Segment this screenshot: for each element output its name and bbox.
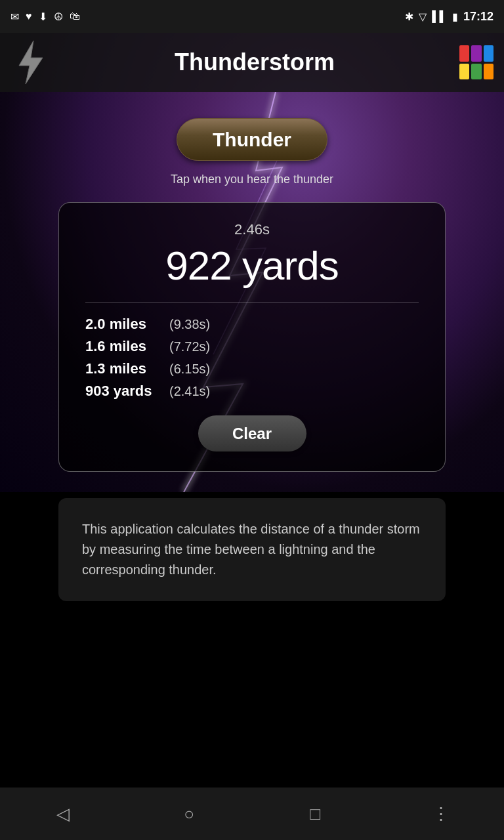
results-card: 2.46s 922 yards 2.0 miles (9.38s) 1.6 mi…: [58, 202, 446, 472]
signal-icon: ▌▌: [432, 10, 447, 22]
tap-instruction: Tap when you hear the thunder: [171, 173, 333, 186]
app-logo: [10, 43, 50, 82]
info-box: This application calculates the distance…: [58, 498, 446, 601]
distance-main: 922 yards: [165, 242, 338, 289]
wifi-icon: ▽: [419, 10, 427, 23]
clear-button-label: Clear: [232, 425, 272, 443]
status-icons-right: ✱ ▽ ▌▌ ▮ 17:12: [405, 10, 494, 24]
back-icon[interactable]: ◁: [43, 794, 83, 833]
bluetooth-icon: ✱: [405, 10, 413, 23]
history-list: 2.0 miles (9.38s) 1.6 miles (7.72s) 1.3 …: [85, 316, 419, 400]
status-bar: ✉ ♥ ⬇ ☮ 🛍 ✱ ▽ ▌▌ ▮ 17:12: [0, 0, 504, 33]
main-content: Thunder Tap when you hear the thunder 2.…: [0, 92, 504, 627]
heart-icon: ♥: [26, 10, 32, 22]
android-icon: ☮: [54, 10, 63, 23]
history-time-1: (9.38s): [169, 317, 210, 332]
list-item: 2.0 miles (9.38s): [85, 316, 419, 333]
recents-icon[interactable]: □: [295, 794, 335, 833]
history-distance-3: 1.3 miles: [85, 360, 164, 377]
download-icon: ⬇: [39, 10, 47, 23]
history-distance-1: 2.0 miles: [85, 316, 164, 333]
history-time-3: (6.15s): [169, 362, 210, 377]
bottom-nav: ◁ ○ □ ⋮: [0, 788, 504, 840]
history-time-2: (7.72s): [169, 339, 210, 354]
history-distance-4: 903 yards: [85, 383, 164, 400]
history-distance-2: 1.6 miles: [85, 338, 164, 355]
time-label: 2.46s: [234, 221, 270, 238]
clear-button[interactable]: Clear: [198, 415, 306, 452]
thunder-button-label: Thunder: [213, 129, 291, 151]
list-item: 903 yards (2.41s): [85, 383, 419, 400]
grid-cell-5: [471, 64, 481, 80]
app-title: Thunderstorm: [50, 49, 459, 76]
grid-cell-6: [484, 64, 494, 80]
info-text: This application calculates the distance…: [82, 519, 422, 580]
history-time-4: (2.41s): [169, 384, 210, 399]
battery-icon: ▮: [452, 10, 458, 23]
grid-cell-1: [459, 45, 469, 62]
grid-menu-icon[interactable]: [459, 45, 494, 79]
more-icon[interactable]: ⋮: [421, 794, 461, 833]
lightning-logo-icon: [14, 39, 47, 85]
status-time: 17:12: [463, 10, 494, 24]
svg-marker-0: [19, 41, 43, 84]
header: Thunderstorm: [0, 33, 504, 92]
grid-cell-2: [471, 45, 481, 62]
thunder-button[interactable]: Thunder: [177, 118, 327, 161]
list-item: 1.3 miles (6.15s): [85, 360, 419, 377]
mail-icon: ✉: [10, 10, 19, 23]
grid-cell-4: [459, 64, 469, 80]
bag-icon: 🛍: [70, 10, 80, 22]
list-item: 1.6 miles (7.72s): [85, 338, 419, 355]
grid-cell-3: [484, 45, 494, 62]
divider: [85, 302, 419, 303]
home-icon[interactable]: ○: [169, 794, 209, 833]
status-icons-left: ✉ ♥ ⬇ ☮ 🛍: [10, 10, 80, 23]
